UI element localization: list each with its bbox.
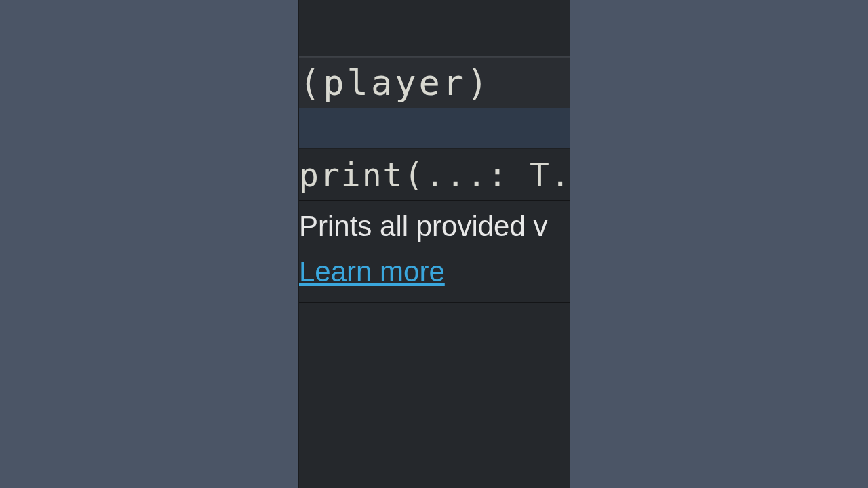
editor-viewport: (player) print(...: T.. Prints all provi… (298, 0, 570, 488)
letterbox-left (0, 0, 298, 488)
letterbox-right (570, 0, 868, 488)
tooltip-description-box: Prints all provided v Learn more (299, 201, 570, 303)
tooltip-signature-row: print(...: T.. (299, 149, 570, 201)
editor-top-area (299, 0, 570, 57)
learn-more-link[interactable]: Learn more (299, 250, 445, 293)
signature-text: print(...: T.. (299, 156, 570, 194)
editor-bottom-area (299, 303, 570, 488)
active-cursor-line[interactable] (299, 108, 570, 149)
code-line[interactable]: (player) (299, 57, 570, 108)
tooltip-description-text: Prints all provided v (299, 206, 570, 247)
code-text: (player) (299, 62, 490, 103)
